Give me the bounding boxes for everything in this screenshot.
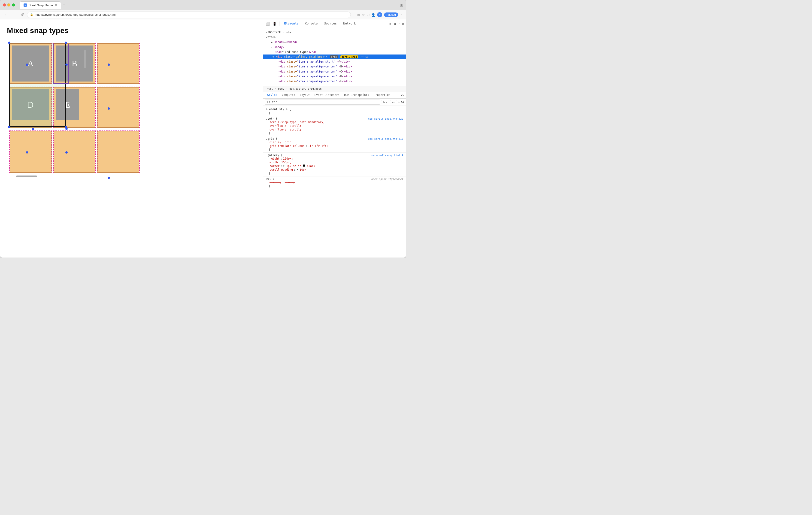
filter-input[interactable] bbox=[265, 99, 380, 105]
tab-console[interactable]: Console bbox=[302, 20, 321, 28]
minimize-button[interactable] bbox=[7, 3, 10, 6]
scrollbar-v[interactable] bbox=[84, 50, 86, 68]
source-link-gallery[interactable]: css-scroll-snap.html:4 bbox=[370, 154, 403, 157]
tab-event-listeners[interactable]: Event Listeners bbox=[312, 92, 342, 98]
prop-name-height: height bbox=[269, 157, 280, 160]
dom-item-a[interactable]: <div class="item snap-align-start" >A</d… bbox=[263, 59, 406, 64]
selector-div-ua[interactable]: div { bbox=[266, 177, 274, 180]
menu-icon[interactable]: ⋮ bbox=[400, 13, 403, 17]
device-toggle-icon[interactable]: 📱 bbox=[271, 21, 278, 27]
dom-body[interactable]: ▼ <body> bbox=[263, 45, 406, 50]
extensions-icon[interactable]: ⊞ bbox=[400, 3, 403, 8]
snap-corner-tr bbox=[65, 41, 67, 44]
url-bar[interactable]: 🔒 mathiasbynens.github.io/css-dbg-storie… bbox=[27, 11, 351, 18]
breadcrumb-div[interactable]: div.gallery.grid.both bbox=[288, 87, 322, 91]
selector-element-style[interactable]: element.style { bbox=[266, 108, 291, 111]
forward-button[interactable]: → bbox=[11, 12, 18, 18]
prop-value-display-ua: block; bbox=[285, 181, 295, 184]
star-icon[interactable]: ☆ bbox=[362, 13, 365, 17]
tab-computed[interactable]: Computed bbox=[280, 92, 297, 98]
snap-corner-br bbox=[65, 126, 67, 128]
style-rule-element: element.style { } bbox=[263, 107, 406, 116]
tab-network[interactable]: Network bbox=[340, 20, 359, 28]
styles-panel: element.style { } .both { css-scroll-sna… bbox=[263, 106, 406, 258]
more-options-icon[interactable]: ⋮ bbox=[398, 22, 401, 26]
scrollbar-h[interactable] bbox=[16, 175, 37, 177]
profile-icon[interactable]: 👤 bbox=[371, 13, 375, 17]
prop-value-width: 150px; bbox=[281, 161, 291, 164]
dom-item-d[interactable]: <div class="item snap-align-center" >D</… bbox=[263, 74, 406, 79]
page-title: Mixed snap types bbox=[7, 26, 256, 35]
back-button[interactable]: ← bbox=[3, 12, 9, 18]
prop-height: height : 150px; bbox=[266, 157, 403, 161]
tab-close-icon[interactable]: ✕ bbox=[55, 3, 57, 7]
source-link-both[interactable]: css-scroll-snap.html:29 bbox=[368, 117, 403, 120]
style-tabs-more[interactable]: >> bbox=[401, 93, 404, 97]
tab-dom-breakpoints[interactable]: DOM Breakpoints bbox=[342, 92, 371, 98]
prop-name-grid-template-columns: grid-template-columns bbox=[269, 144, 304, 148]
prop-value-scroll-padding: 10px; bbox=[299, 168, 308, 171]
paused-button[interactable]: Paused bbox=[384, 12, 398, 17]
prop-value-overflow-x: scroll; bbox=[290, 124, 301, 127]
tab-favicon: S bbox=[24, 3, 27, 7]
selector-gallery[interactable]: .gallery { bbox=[266, 153, 283, 157]
prop-value-border-black: black; bbox=[307, 165, 317, 168]
more-tabs-icon[interactable]: » bbox=[388, 21, 392, 27]
item-g-bg bbox=[10, 131, 52, 173]
item-i-bg bbox=[97, 131, 139, 173]
border-arrow: ▶ bbox=[284, 165, 285, 168]
dom-doctype[interactable]: <!DOCTYPE html> bbox=[263, 30, 406, 35]
dt-tabs-right: » ⚙ ⋮ ✕ bbox=[388, 21, 404, 27]
close-button[interactable] bbox=[3, 3, 6, 6]
dom-h3[interactable]: <h3>Mixed snap types</h3> bbox=[263, 50, 406, 55]
tab-styles[interactable]: Styles bbox=[265, 92, 280, 98]
selector-grid[interactable]: .grid { bbox=[266, 137, 278, 140]
rule-header-element: element.style { bbox=[266, 108, 403, 111]
dom-item-e[interactable]: <div class="item snap-align-center" >E</… bbox=[263, 79, 406, 84]
dollar-sign: $0 bbox=[365, 55, 368, 58]
source-ua: user agent stylesheet bbox=[371, 178, 403, 180]
maximize-button[interactable] bbox=[12, 3, 15, 6]
cls-button[interactable]: .cls bbox=[390, 100, 397, 104]
dom-html[interactable]: <html> bbox=[263, 35, 406, 40]
element-picker-icon[interactable]: ⬜ bbox=[265, 21, 271, 27]
filter-bar: :hov .cls + AA bbox=[263, 98, 406, 106]
tab-properties[interactable]: Properties bbox=[371, 92, 393, 98]
tab-layout[interactable]: Layout bbox=[297, 92, 312, 98]
tab-elements[interactable]: Elements bbox=[281, 20, 301, 28]
profile-button[interactable]: P bbox=[377, 12, 382, 17]
prop-width: width : 150px; bbox=[266, 161, 403, 164]
dom-head[interactable]: ▶ <head>…</head> bbox=[263, 40, 406, 45]
url-text: mathiasbynens.github.io/css-dbg-stories/… bbox=[35, 13, 115, 17]
source-link-grid[interactable]: css-scroll-snap.html:15 bbox=[368, 137, 403, 140]
breadcrumb-body[interactable]: body bbox=[277, 87, 285, 91]
close-devtools-icon[interactable]: ✕ bbox=[402, 22, 404, 26]
hov-button[interactable]: :hov bbox=[381, 100, 389, 104]
new-tab-button[interactable]: + bbox=[62, 2, 66, 8]
address-bar: ← → ↺ 🔒 mathiasbynens.github.io/css-dbg-… bbox=[0, 10, 406, 20]
scroll-padding-arrow: ▶ bbox=[297, 168, 298, 171]
prop-name-scroll-snap-type: scroll-snap-type bbox=[269, 120, 296, 124]
active-tab[interactable]: S Scroll Snap Demo ✕ bbox=[20, 1, 61, 9]
rule-header-grid: .grid { css-scroll-snap.html:15 bbox=[266, 137, 403, 140]
breadcrumb-html[interactable]: html bbox=[266, 87, 274, 91]
cast-icon[interactable]: ⊟ bbox=[353, 13, 355, 17]
snap-dot-b bbox=[65, 63, 68, 66]
grid-icon[interactable]: ⊞ bbox=[357, 13, 360, 17]
tab-sources[interactable]: Sources bbox=[321, 20, 340, 28]
prop-display: display : grid; bbox=[266, 140, 403, 144]
text-size-icon[interactable]: AA bbox=[401, 100, 404, 104]
toolbar-separator bbox=[279, 22, 280, 26]
extension-icon[interactable]: ⬡ bbox=[367, 13, 370, 17]
prop-overflow-y: overflow-y : scroll; bbox=[266, 128, 403, 132]
dom-item-c[interactable]: <div class="item snap-align-center" >C</… bbox=[263, 69, 406, 74]
item-a-label: A bbox=[12, 46, 49, 82]
reload-button[interactable]: ↺ bbox=[20, 11, 25, 18]
snap-corner-tl bbox=[8, 41, 10, 44]
dom-item-b[interactable]: <div class="item snap-align-center" >B</… bbox=[263, 64, 406, 69]
settings-icon[interactable]: ⚙ bbox=[393, 21, 397, 27]
add-style-icon[interactable]: + bbox=[398, 100, 400, 104]
dom-selected-div[interactable]: ··· ▼ <div class="gallery grid both"> gr… bbox=[263, 55, 406, 59]
tab-title: Scroll Snap Demo bbox=[29, 3, 53, 7]
selector-both[interactable]: .both { bbox=[266, 117, 278, 120]
